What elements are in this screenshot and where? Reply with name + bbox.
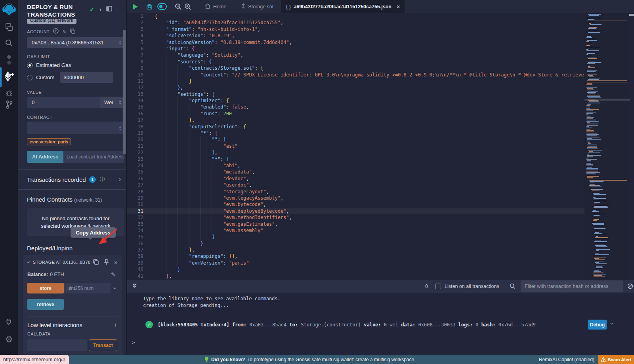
collapse-terminal-icon[interactable] xyxy=(132,283,137,290)
expand-transactions-icon[interactable]: › xyxy=(119,176,121,183)
code-line[interactable]: 10 "content": "// SPDX-License-Identifie… xyxy=(127,72,584,78)
editor-scrollbar[interactable] xyxy=(629,14,634,16)
edit-balance-icon[interactable]: ✎ xyxy=(111,271,115,277)
code-line[interactable]: 32 "evm.methodIdentifiers", xyxy=(127,214,584,221)
code-line[interactable]: 18 "outputSelection": { xyxy=(127,124,584,130)
file-explorer-icon[interactable] xyxy=(0,23,18,32)
code-line[interactable]: 14 "optimizer": { xyxy=(127,97,584,104)
code-line[interactable]: 21 "ast" xyxy=(127,143,584,149)
deploy-run-icon[interactable] xyxy=(0,71,18,82)
code-line[interactable]: 24 "abi", xyxy=(127,162,584,169)
custom-gas-radio[interactable] xyxy=(27,75,32,80)
code-line[interactable]: 26 "devdoc", xyxy=(127,175,584,182)
settings-icon[interactable]: ⚙ xyxy=(0,334,18,345)
scam-alert-button[interactable]: Scam Alert xyxy=(598,355,634,364)
search-icon[interactable] xyxy=(0,39,18,48)
terminal-search-icon[interactable] xyxy=(510,283,516,291)
value-unit-select[interactable]: Wei ▲▼ xyxy=(100,97,124,108)
git-icon[interactable] xyxy=(0,100,18,109)
code-line[interactable]: 6 "input": { xyxy=(127,46,584,52)
code-line[interactable]: 11 } xyxy=(127,78,584,84)
zoom-out-icon[interactable] xyxy=(175,3,182,10)
code-line[interactable]: 30 "evm.bytecode", xyxy=(127,201,584,208)
custom-gas-input[interactable]: 3000000 xyxy=(60,72,113,83)
account-select[interactable]: 0xA03...85ac4 (0.39866531531 ▲▼ xyxy=(27,37,124,48)
info-icon[interactable]: ⓘ xyxy=(100,176,105,183)
terminal-prompt[interactable]: > xyxy=(132,339,135,345)
store-button[interactable]: store xyxy=(27,283,64,293)
code-line[interactable]: 22 ], xyxy=(127,149,584,156)
code-line[interactable]: 40 } xyxy=(127,266,584,273)
add-account-icon[interactable] xyxy=(53,28,59,35)
collapse-contract-icon[interactable]: › xyxy=(25,261,32,263)
transact-button[interactable]: Transact xyxy=(89,339,117,351)
code-line[interactable]: 19 "*": { xyxy=(127,130,584,136)
pin-panel-icon[interactable] xyxy=(106,6,112,13)
code-line[interactable]: 38 "remappings": [], xyxy=(127,253,584,259)
contract-select[interactable]: ▲▼ xyxy=(27,122,124,134)
at-address-button[interactable]: At Address xyxy=(27,151,63,163)
listen-all-checkbox[interactable] xyxy=(435,284,441,289)
code-line[interactable]: 2 "id": "a69b43f277ba20fcac141151250ca75… xyxy=(127,19,584,26)
remove-contract-icon[interactable]: × xyxy=(114,259,118,266)
tab-home[interactable]: Home xyxy=(200,0,231,13)
debug-button[interactable]: Debug xyxy=(588,320,607,330)
code-line[interactable]: 8 "sources": { xyxy=(127,59,584,65)
code-line[interactable]: 27 "userdoc", xyxy=(127,182,584,188)
pin-contract-icon[interactable] xyxy=(104,259,109,266)
copilot-toggle-icon[interactable] xyxy=(157,3,167,10)
code-line[interactable]: 9 "contracts/Storage.sol": { xyxy=(127,65,584,71)
code-line[interactable]: 39 "evmVersion": "paris" xyxy=(127,260,584,266)
zoom-in-icon[interactable] xyxy=(184,3,191,10)
at-address-input[interactable]: Load contract from Address xyxy=(63,151,124,163)
code-line[interactable]: 16 "runs": 200 xyxy=(127,111,584,117)
run-script-icon[interactable] xyxy=(132,4,138,10)
code-line[interactable]: 36 } xyxy=(127,240,584,247)
code-line[interactable]: 4 "solcVersion": "0.8.19", xyxy=(127,32,584,39)
remix-logo-icon[interactable] xyxy=(0,2,18,17)
chevron-right-icon[interactable]: › xyxy=(99,6,102,13)
low-level-info-icon[interactable]: i xyxy=(115,322,116,328)
code-line[interactable]: 7 "language": "Solidity", xyxy=(127,52,584,58)
code-editor[interactable]: 1{2 "id": "a69b43f277ba20fcac141151250ca… xyxy=(127,13,584,280)
copy-account-icon[interactable] xyxy=(70,28,75,35)
solidity-compiler-icon[interactable] xyxy=(0,55,18,65)
debugger-icon[interactable] xyxy=(0,89,18,97)
editor-minimap[interactable] xyxy=(584,13,630,280)
transaction-log-row[interactable]: ✓ [block:5583405 txIndex:4] from: 0xa03.… xyxy=(145,321,536,328)
code-line[interactable]: 37 }, xyxy=(127,247,584,253)
expand-store-icon[interactable]: › xyxy=(111,287,118,289)
code-line[interactable]: 15 "enabled": false, xyxy=(127,104,584,110)
copilot-status[interactable]: RemixAI Copilot (enabled) xyxy=(539,355,594,364)
terminal-filter-input[interactable]: Filter with transaction hash or address xyxy=(521,280,623,292)
sign-message-icon[interactable]: ✎ xyxy=(62,29,67,35)
expand-log-icon[interactable]: › xyxy=(609,323,616,325)
clear-console-icon[interactable] xyxy=(627,283,633,291)
tab-storage-sol[interactable]: Storage.sol xyxy=(237,0,278,13)
code-line[interactable]: 25 "metadata", xyxy=(127,169,584,175)
code-line[interactable]: 35 ] xyxy=(127,234,584,240)
retrieve-button[interactable]: retrieve xyxy=(27,299,64,310)
value-input[interactable]: 0 xyxy=(27,97,100,108)
code-line[interactable]: 3 "_format": "hh-sol-build-info-1", xyxy=(127,26,584,32)
close-tab-icon[interactable]: × xyxy=(397,4,400,10)
estimated-gas-radio[interactable] xyxy=(27,63,32,68)
code-line[interactable]: 12 }, xyxy=(127,84,584,91)
code-line[interactable]: 20 "": [ xyxy=(127,136,584,143)
code-line[interactable]: 17 }, xyxy=(127,117,584,123)
code-line[interactable]: 1{ xyxy=(127,13,584,19)
tab-build-info-json[interactable]: { } a69b43f277ba20fcac141151250ca755.jso… xyxy=(281,0,405,13)
calldata-input[interactable] xyxy=(27,339,87,351)
code-line[interactable]: 34 "evm.assembly" xyxy=(127,227,584,234)
code-line[interactable]: 31 "evm.deployedBytecode", xyxy=(127,208,584,214)
code-line[interactable]: 28 "storageLayout", xyxy=(127,189,584,195)
code-line[interactable]: 41 }, xyxy=(127,273,584,279)
code-line[interactable]: 13 "settings": { xyxy=(127,91,584,97)
plugin-manager-icon[interactable] xyxy=(0,318,18,326)
code-line[interactable]: 23 "*": [ xyxy=(127,156,584,162)
code-line[interactable]: 5 "solcLongVersion": "0.8.19+commit.7dd6… xyxy=(127,39,584,46)
side-panel-scrollbar[interactable] xyxy=(123,30,126,154)
code-line[interactable]: 29 "evm.legacyAssembly", xyxy=(127,195,584,201)
ai-assistant-icon[interactable] xyxy=(145,3,153,11)
code-line[interactable]: 33 "evm.gasEstimates", xyxy=(127,221,584,227)
